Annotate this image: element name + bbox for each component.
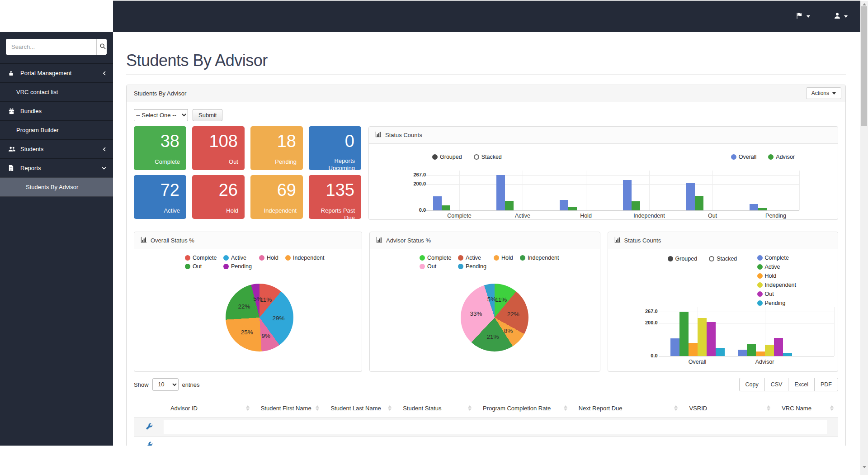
sort-icon[interactable] xyxy=(468,405,472,411)
bar-advisor-pending[interactable] xyxy=(758,208,767,210)
stat-tile-hold[interactable]: 26Hold xyxy=(192,175,245,219)
stat-tile-complete[interactable]: 38Complete xyxy=(134,126,186,170)
radio-stacked[interactable]: Stacked xyxy=(709,256,737,262)
search-button[interactable] xyxy=(96,39,107,55)
bar-independent-advisor[interactable] xyxy=(765,345,774,356)
stat-tile-reports-past-due[interactable]: 135Reports Past Due xyxy=(309,175,361,219)
legend-item-out[interactable]: Out xyxy=(420,263,458,270)
bar-pending-overall[interactable] xyxy=(716,348,725,356)
bar-hold-advisor[interactable] xyxy=(756,352,765,356)
legend-item-out[interactable]: Out xyxy=(185,263,223,270)
sort-icon[interactable] xyxy=(564,405,567,411)
bar-overall-active[interactable] xyxy=(496,175,505,210)
legend-item-independent[interactable]: Independent xyxy=(285,255,325,261)
radio-grouped[interactable]: Grouped xyxy=(432,154,462,160)
legend-item-active[interactable]: Active xyxy=(458,255,494,261)
sidebar-item-vrc-contact-list[interactable]: VRC contact list xyxy=(0,82,113,101)
advisor-status-panel: Advisor Status % 11%22%8%21%33%5%Complet… xyxy=(369,232,600,372)
bar-overall-independent[interactable] xyxy=(623,180,632,210)
legend-item-advisor[interactable]: Advisor xyxy=(768,154,795,160)
export-pdf-button[interactable]: PDF xyxy=(814,378,838,391)
sort-icon[interactable] xyxy=(767,405,770,411)
export-copy-button[interactable]: Copy xyxy=(739,378,765,391)
table-col-student-first-name[interactable]: Student First Name xyxy=(254,399,324,418)
legend-item-hold[interactable]: Hold xyxy=(494,255,520,261)
sidebar-item-program-builder[interactable]: Program Builder xyxy=(0,120,113,139)
legend-item-hold[interactable]: Hold xyxy=(757,273,797,279)
radio-stacked[interactable]: Stacked xyxy=(474,154,502,160)
bar-pending-advisor[interactable] xyxy=(783,353,792,356)
legend-item-hold[interactable]: Hold xyxy=(259,255,285,261)
search-input[interactable] xyxy=(6,39,96,55)
sidebar-item-students-by-advisor[interactable]: Students By Advisor xyxy=(0,177,113,197)
sort-icon[interactable] xyxy=(246,405,250,411)
sort-icon[interactable] xyxy=(830,405,834,411)
table-col-advisor-id[interactable]: Advisor ID xyxy=(164,399,254,418)
sidebar-item-portal-management[interactable]: Portal Management xyxy=(0,63,113,82)
table-col-next-report-due[interactable]: Next Report Due xyxy=(572,399,683,418)
bar-out-advisor[interactable] xyxy=(774,338,783,356)
bar-independent-overall[interactable] xyxy=(698,318,707,356)
legend-item-out[interactable]: Out xyxy=(757,291,797,297)
sort-icon[interactable] xyxy=(674,405,678,411)
legend-item-independent[interactable]: Independent xyxy=(520,255,559,261)
wrench-icon[interactable] xyxy=(146,442,153,446)
sort-icon[interactable] xyxy=(316,405,319,411)
table-col-student-last-name[interactable]: Student Last Name xyxy=(324,399,396,418)
legend-item-active[interactable]: Active xyxy=(223,255,259,261)
scroll-up-arrow[interactable] xyxy=(860,3,868,5)
advisor-select[interactable]: -- Select One -- xyxy=(134,109,188,121)
stat-tile-out[interactable]: 108Out xyxy=(192,126,245,170)
bar-out-overall[interactable] xyxy=(707,322,716,356)
sidebar-item-bundles[interactable]: Bundles xyxy=(0,101,113,120)
actions-button[interactable]: Actions xyxy=(806,87,841,99)
legend-item-complete[interactable]: Complete xyxy=(757,255,797,261)
bar-advisor-independent[interactable] xyxy=(632,201,640,210)
legend-item-independent[interactable]: Independent xyxy=(757,282,797,288)
export-excel-button[interactable]: Excel xyxy=(788,378,815,391)
bar-active-advisor[interactable] xyxy=(747,344,756,356)
legend-item-overall[interactable]: Overall xyxy=(731,154,757,160)
stat-tile-pending[interactable]: 18Pending xyxy=(250,126,303,170)
legend-item-pending[interactable]: Pending xyxy=(757,300,797,306)
vertical-scrollbar[interactable] xyxy=(860,1,868,475)
bar-overall-out[interactable] xyxy=(686,183,695,210)
bar-complete-overall[interactable] xyxy=(670,338,679,356)
radio-grouped[interactable]: Grouped xyxy=(668,256,698,262)
stat-tile-reports-upcoming[interactable]: 0Reports Upcoming xyxy=(309,126,361,170)
bar-overall-complete[interactable] xyxy=(433,196,442,210)
bar-complete-advisor[interactable] xyxy=(738,350,747,356)
language-flag-menu[interactable] xyxy=(795,12,810,21)
stat-tile-active[interactable]: 72Active xyxy=(134,175,186,219)
legend-item-active[interactable]: Active xyxy=(757,264,797,270)
table-col-vrc-name[interactable]: VRC Name xyxy=(775,399,838,418)
stat-tile-independent[interactable]: 69Independent xyxy=(250,175,303,219)
scrollbar-thumb[interactable] xyxy=(861,6,867,126)
bar-overall-pending[interactable] xyxy=(750,204,758,210)
bar-advisor-out[interactable] xyxy=(695,196,703,210)
radio-label: Grouped xyxy=(675,256,698,262)
legend-item-complete[interactable]: Complete xyxy=(420,255,458,261)
bar-advisor-complete[interactable] xyxy=(442,205,450,210)
submit-button[interactable]: Submit xyxy=(193,109,222,121)
page-size-select[interactable]: 10 xyxy=(152,378,179,391)
sort-icon[interactable] xyxy=(388,405,392,411)
bar-overall-hold[interactable] xyxy=(560,200,568,210)
user-menu[interactable] xyxy=(834,12,848,21)
legend-item-pending[interactable]: Pending xyxy=(223,263,259,270)
scroll-down-arrow[interactable] xyxy=(860,466,868,468)
legend-item-pending[interactable]: Pending xyxy=(458,263,494,270)
table-col-student-status[interactable]: Student Status xyxy=(396,399,476,418)
pie-chart[interactable] xyxy=(461,284,528,352)
bar-advisor-active[interactable] xyxy=(505,201,514,210)
bar-hold-overall[interactable] xyxy=(689,343,698,356)
table-col-program-completion-rate[interactable]: Program Completion Rate xyxy=(476,399,572,418)
table-col-vsrid[interactable]: VSRID xyxy=(682,399,775,418)
wrench-icon[interactable] xyxy=(146,423,153,432)
sidebar-item-students[interactable]: Students xyxy=(0,139,113,158)
bar-advisor-hold[interactable] xyxy=(568,207,577,210)
legend-item-complete[interactable]: Complete xyxy=(185,255,223,261)
sidebar-item-reports[interactable]: Reports xyxy=(0,158,113,177)
bar-active-overall[interactable] xyxy=(679,312,689,356)
export-csv-button[interactable]: CSV xyxy=(764,378,789,391)
